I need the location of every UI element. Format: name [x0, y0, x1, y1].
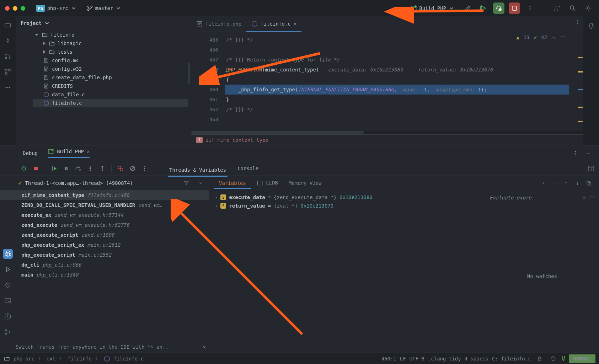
lldb-tab[interactable]: LLDB [252, 177, 283, 189]
editor-error-stripe[interactable] [578, 46, 583, 128]
step-over-button[interactable] [73, 163, 84, 174]
debug-panel-options[interactable] [570, 148, 581, 159]
services-tool-button[interactable] [3, 280, 13, 290]
step-out-button[interactable] [97, 163, 108, 174]
stack-frame[interactable]: zend_execute_script zend.c:1899 [0, 230, 209, 240]
watch-down-button[interactable]: ↓ [572, 178, 583, 188]
project-tree-item[interactable]: tests [33, 48, 188, 56]
code-line[interactable] [225, 114, 583, 124]
rerun-button[interactable] [18, 163, 29, 174]
debug-tool-tab[interactable]: Debug [18, 148, 42, 159]
structure-tool-button[interactable] [3, 67, 13, 77]
code-line[interactable]: _php_finfo_get_type(INTERNAL_FUNCTION_PA… [225, 85, 569, 95]
more-tool-windows-button[interactable] [3, 82, 13, 92]
close-debug-tab[interactable]: ✕ [87, 149, 90, 154]
project-tree-item[interactable]: data_file.c [33, 90, 188, 99]
project-tree-item[interactable]: config.m4 [33, 56, 188, 65]
commit-tool-button[interactable] [3, 36, 13, 46]
notifications-tool-button[interactable] [586, 21, 596, 31]
chevron-right-icon[interactable]: › [215, 203, 218, 209]
project-tree-item[interactable]: CREDITS [33, 82, 188, 90]
collaborators-button[interactable] [551, 2, 563, 14]
tab-fileinfo-c[interactable]: fileinfo.c ✕ [246, 16, 301, 32]
add-watch-expr-icon[interactable]: ⊕ [583, 195, 585, 200]
stack-frame[interactable]: main php_cli.c:1340 [0, 270, 209, 280]
pause-button[interactable] [61, 163, 71, 174]
terminal-tool-button[interactable] [3, 296, 13, 306]
tab-fileinfo-php[interactable]: fileinfo.php [191, 16, 246, 32]
stack-frame[interactable]: do_cli php_cli.c:966 [0, 260, 209, 270]
variables-tab[interactable]: Variables [214, 177, 251, 189]
close-tab-button[interactable]: ✕ [293, 21, 296, 27]
run-configuration-switcher[interactable]: Build PHP [408, 4, 458, 13]
code-line[interactable]: } [225, 95, 583, 105]
tree-expander-icon[interactable] [35, 34, 38, 36]
status-problems-icon[interactable] [548, 354, 558, 364]
more-actions-button[interactable] [524, 2, 536, 14]
line-separator[interactable]: LF [400, 356, 406, 362]
file-type[interactable]: .clang-tidy [428, 356, 461, 362]
debug-toolbar-more[interactable] [139, 163, 150, 174]
vim-plugin-icon[interactable]: V [562, 355, 566, 362]
project-switcher[interactable]: PS php-src [33, 4, 80, 13]
remove-watch-button[interactable]: － [549, 178, 560, 188]
run-button[interactable] [477, 2, 489, 14]
code-line[interactable]: PHP_FUNCTION(mime_content_type) execute_… [225, 65, 583, 75]
stop-button[interactable] [509, 2, 520, 14]
stack-frame[interactable]: php_execute_script main.c:2552 [0, 250, 209, 260]
watch-expand-icon[interactable]: ﹀ [590, 194, 595, 201]
stack-frame[interactable]: zend_execute zend_vm_execute.h:62776 [0, 220, 209, 230]
cursor-position[interactable]: 460:1 [381, 356, 396, 362]
code-line[interactable]: /* }}} */ [225, 105, 583, 114]
project-tree-item[interactable]: create_data_file.php [33, 73, 188, 82]
frames-dropdown[interactable] [195, 178, 206, 188]
prev-highlight-button[interactable]: ︿ [551, 34, 556, 41]
hide-debug-panel[interactable]: — [583, 148, 594, 159]
threads-variables-tab[interactable]: Threads & Variables [168, 164, 228, 177]
thread-name[interactable]: Thread-1-<com.app…-thread> (4980874) [25, 180, 177, 186]
code-line[interactable]: { [225, 75, 583, 85]
filter-frames-button[interactable] [181, 178, 192, 188]
window-traffic-lights[interactable] [5, 6, 25, 11]
code-line[interactable] [225, 45, 583, 55]
project-tree[interactable]: fileinfolibmagictestsconfig.m4config.w32… [16, 30, 191, 145]
editor-breadcrumb-function[interactable]: zif_mime_content_type [205, 137, 268, 143]
file-encoding[interactable]: UTF-8 [410, 356, 424, 362]
debug-stop-button[interactable] [31, 163, 41, 174]
layout-settings-button[interactable] [585, 163, 596, 174]
navigation-bar[interactable]: php-src〉 ext〉 fileinfo〉 fileinfo.c [4, 355, 144, 362]
variable-row[interactable]: ›S execute_data = {zend_execute_data *} … [212, 193, 482, 202]
pull-request-tool-button[interactable] [3, 51, 13, 61]
resume-button[interactable] [49, 163, 59, 174]
search-everywhere-button[interactable] [567, 2, 578, 14]
stack-frame[interactable]: ZEND_DO_ICALL_SPEC_RETVAL_USED_HANDLER z… [0, 200, 209, 210]
problems-tool-button[interactable] [3, 311, 13, 321]
settings-button[interactable] [583, 2, 594, 14]
console-tab[interactable]: Console [233, 163, 263, 174]
tree-expander-icon[interactable] [43, 50, 46, 54]
watch-eval-input[interactable]: Evaluate expre... [490, 195, 578, 200]
view-breakpoints-button[interactable] [115, 163, 126, 174]
project-tree-item[interactable]: fileinfo.c [33, 99, 188, 107]
project-tool-button[interactable] [3, 20, 13, 30]
stack-frame[interactable]: php_execute_script_ex main.c:2512 [0, 240, 209, 250]
copy-watch-button[interactable] [583, 178, 594, 188]
memory-view-tab[interactable]: Memory View [284, 177, 327, 189]
editor-kebab-button[interactable] [572, 16, 583, 28]
run-tool-window-button[interactable] [3, 264, 13, 274]
variable-row[interactable]: ›S return_value = {zval *} 0x10e213070 [212, 202, 482, 210]
lock-icon[interactable] [535, 354, 545, 364]
tree-expander-icon[interactable] [43, 42, 46, 45]
stack-frame[interactable]: execute_ex zend_vm_execute.h:57144 [0, 210, 209, 220]
chevron-right-icon[interactable]: › [215, 194, 218, 200]
mute-breakpoints-button[interactable] [127, 163, 138, 174]
step-into-button[interactable] [85, 163, 96, 174]
stack-frame[interactable]: zif_mime_content_type fileinfo.c:460 [0, 190, 209, 200]
sidebar-scrollbar[interactable] [188, 63, 190, 84]
editor-horizontal-scrollbar[interactable] [191, 131, 583, 134]
context-label[interactable]: C: fileinfo.c [492, 356, 531, 362]
project-tree-item[interactable]: fileinfo [33, 31, 188, 39]
vcs-branch-switcher[interactable]: master [84, 4, 125, 13]
build-button[interactable] [462, 2, 473, 14]
debug-rerun-button[interactable] [493, 2, 504, 14]
